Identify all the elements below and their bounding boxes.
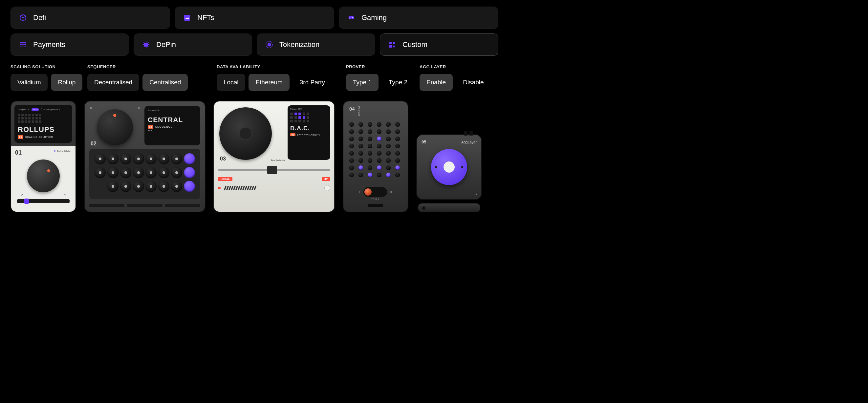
grid-plus-icon xyxy=(388,40,397,49)
category-depin[interactable]: DePin xyxy=(134,33,252,56)
svg-rect-0 xyxy=(184,15,190,21)
device-index-badge: 01 xyxy=(18,135,23,139)
config-title: AGG LAYER xyxy=(420,64,489,69)
marker-i: I xyxy=(360,191,360,194)
config-title: SEQUENCER xyxy=(87,64,209,69)
chip-icon xyxy=(142,40,150,49)
option-decentralised[interactable]: Decentralised xyxy=(87,74,139,91)
device-row: Polygon CDK INFO DA Not Applicable ROLLU… xyxy=(10,101,498,212)
pill-row: Validium Rollup xyxy=(10,74,80,91)
device-dock-icon xyxy=(418,203,480,212)
category-custom[interactable]: Custom xyxy=(380,33,498,56)
category-label: Gaming xyxy=(362,13,387,22)
device-agglayer: 05 AggLayer ❧ xyxy=(416,134,482,200)
device-screen: Polygon CDK INFO DA Not Applicable ROLLU… xyxy=(14,105,72,143)
config-title: DATA AVAILABILITY xyxy=(217,64,338,69)
device-sequencer: D C 02 Polygon CDK CENTRAL 02 SEQUENCER xyxy=(84,101,206,212)
option-enable[interactable]: Enable xyxy=(420,74,453,91)
svg-rect-2 xyxy=(349,18,351,19)
option-centralised[interactable]: Centralised xyxy=(143,74,188,91)
dots-icon xyxy=(148,130,197,131)
device-da-label: Data Availability xyxy=(271,159,285,161)
device-index: 02 xyxy=(91,141,96,147)
hexagon-icon xyxy=(265,40,274,49)
device-subtitle: DATA AVAILABILITY xyxy=(297,134,321,136)
option-local[interactable]: Local xyxy=(217,74,245,91)
device-subtitle: SEQUENCER xyxy=(155,125,175,128)
config-title: SCALING SOLUTION xyxy=(10,64,80,69)
config-da: DATA AVAILABILITY Local Ethereum 3rd Par… xyxy=(217,64,338,91)
card-icon xyxy=(19,40,27,49)
svg-rect-10 xyxy=(393,42,395,44)
pill-row: Decentralised Centralised xyxy=(87,74,209,91)
option-3rdparty[interactable]: 3rd Party xyxy=(293,74,332,91)
knob-icon xyxy=(27,159,60,192)
marker-r: R xyxy=(64,194,66,196)
category-gaming[interactable]: Gaming xyxy=(339,6,498,29)
device-data-availability: 03 Data Availability Polygon CDK D.A.C. … xyxy=(213,101,335,212)
category-label: Payments xyxy=(33,40,65,49)
pill-row: Local Ethereum 3rd Party xyxy=(217,74,338,91)
category-payments[interactable]: Payments xyxy=(10,33,129,56)
stripes-icon xyxy=(224,186,320,190)
device-tag: DA Not Applicable xyxy=(41,108,60,111)
device-screen: Polygon CDK D.A.C. 03 DATA AVAILABILITY xyxy=(287,105,330,160)
type-switch: I II xyxy=(349,187,402,197)
option-ethereum[interactable]: Ethereum xyxy=(249,74,289,91)
svg-rect-9 xyxy=(389,42,392,44)
marker-d: D xyxy=(90,107,92,110)
device-headline: CENTRAL xyxy=(148,116,197,124)
config-prover: PROVER Type 1 Type 2 xyxy=(346,64,412,91)
device-label: AggLayer xyxy=(461,140,477,144)
disc-icon xyxy=(219,107,272,160)
device-index-badge: 02 xyxy=(148,125,153,129)
device-screen: Polygon CDK CENTRAL 02 SEQUENCER xyxy=(145,106,200,145)
option-type2[interactable]: Type 2 xyxy=(382,74,414,91)
device-brand: Polygon CDK xyxy=(148,109,197,111)
device-agglayer-wrap: 05 AggLayer ❧ xyxy=(416,134,482,212)
device-headline: D.A.C. xyxy=(290,125,328,132)
category-row-1: Defi NFTs Gaming xyxy=(10,6,498,29)
device-index-badge: 03 xyxy=(290,133,296,136)
marker-ii: II xyxy=(390,191,392,194)
type-label: TYPE xyxy=(349,198,402,200)
option-rollup[interactable]: Rollup xyxy=(51,74,83,91)
category-label: Tokenization xyxy=(279,40,319,49)
device-brand: Polygon CDK xyxy=(18,108,30,111)
svg-rect-6 xyxy=(20,44,26,44)
device-headline: ROLLUPS xyxy=(18,125,69,134)
category-tokenization[interactable]: Tokenization xyxy=(257,33,375,56)
device-footer xyxy=(218,185,330,191)
knob-icon xyxy=(97,109,133,145)
dot-grid-icon xyxy=(18,114,41,123)
device-panel-tag: Scaling Solution xyxy=(54,150,71,152)
wheel-icon xyxy=(324,185,330,191)
pill-row: Type 1 Type 2 xyxy=(346,74,412,91)
option-type1[interactable]: Type 1 xyxy=(346,74,378,91)
option-validium[interactable]: Validium xyxy=(10,74,48,91)
led-icon xyxy=(218,187,221,189)
image-icon xyxy=(183,13,191,22)
switch-icon xyxy=(364,187,387,197)
category-label: Custom xyxy=(402,40,428,49)
cube-icon xyxy=(19,13,27,22)
device-prover: 04 Prover I II TYPE xyxy=(343,101,408,212)
option-disable[interactable]: Disable xyxy=(456,74,491,91)
fader-handle-icon xyxy=(267,166,277,174)
leaf-icon: ❧ xyxy=(475,192,477,196)
config-title: PROVER xyxy=(346,64,412,69)
config-row: SCALING SOLUTION Validium Rollup SEQUENC… xyxy=(10,64,498,91)
svg-rect-11 xyxy=(389,45,392,48)
marker-v: V xyxy=(21,194,23,196)
label-3p: 3P xyxy=(322,177,330,181)
category-nfts[interactable]: NFTs xyxy=(175,6,334,29)
plugs-icon xyxy=(464,131,473,135)
marker-c: C xyxy=(138,107,140,110)
category-label: NFTs xyxy=(197,13,214,22)
category-defi[interactable]: Defi xyxy=(10,6,170,29)
device-index: 03 xyxy=(220,156,226,162)
port-icon xyxy=(368,204,383,207)
category-row-2: Payments DePin Tokenization Custom xyxy=(10,33,498,56)
led-grid-icon xyxy=(349,122,402,187)
pill-row: Enable Disable xyxy=(420,74,489,91)
